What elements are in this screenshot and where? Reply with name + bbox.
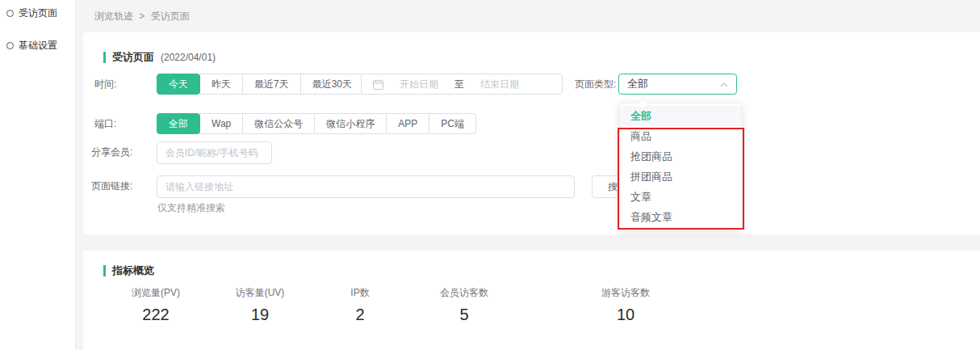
radio-circle-icon	[6, 10, 14, 17]
port-wechat-miniprogram-button[interactable]: 微信小程序	[314, 113, 387, 134]
title-accent-bar	[103, 52, 106, 63]
port-wechat-official-button[interactable]: 微信公众号	[242, 113, 315, 134]
page-link-label: 页面链接:	[91, 175, 132, 196]
radio-circle-icon	[6, 42, 14, 49]
time-filter-group: 今天 昨天 最近7天 最近30天	[157, 74, 364, 95]
sidebar: 受访页面 基础设置	[0, 0, 76, 350]
port-filter-group: 全部 Wap 微信公众号 微信小程序 APP PC端	[157, 113, 476, 134]
sidebar-item-visited-pages[interactable]: 受访页面	[6, 6, 57, 20]
time-filter-label: 时间:	[94, 74, 116, 95]
title-accent-bar	[103, 265, 106, 276]
start-date-placeholder[interactable]: 开始日期	[383, 78, 454, 91]
time-filter-row: 时间: 今天 昨天 最近7天 最近30天 开始日期 至 结束日期 页面类型: 全…	[83, 74, 980, 96]
date-range-separator: 至	[454, 78, 464, 91]
dropdown-option-group-goods[interactable]: 拼团商品	[620, 167, 741, 187]
stat-ip: IP数 2	[312, 286, 408, 324]
page-type-select[interactable]: 全部	[618, 74, 737, 95]
port-app-button[interactable]: APP	[386, 113, 429, 134]
stat-label: 访客量(UV)	[211, 286, 308, 300]
page-link-row: 页面链接: 搜索	[83, 175, 980, 198]
share-member-row: 分享会员:	[83, 141, 980, 164]
stat-value: 222	[107, 306, 204, 324]
stat-pv: 浏览量(PV) 222	[107, 286, 204, 324]
date-range-picker[interactable]: 开始日期 至 结束日期	[361, 74, 563, 95]
sidebar-item-label: 受访页面	[19, 6, 57, 20]
time-filter-last7days-button[interactable]: 最近7天	[242, 74, 301, 95]
page-type-value: 全部	[627, 77, 648, 91]
port-wap-button[interactable]: Wap	[199, 113, 243, 134]
filter-panel-title: 受访页面 (2022/04/01)	[103, 50, 216, 65]
dropdown-option-goods[interactable]: 商品	[620, 126, 741, 146]
chevron-up-icon	[720, 78, 728, 90]
port-filter-label: 端口:	[94, 113, 116, 134]
end-date-placeholder[interactable]: 结束日期	[464, 78, 535, 91]
sidebar-item-label: 基础设置	[19, 39, 57, 53]
share-member-input[interactable]	[157, 141, 272, 164]
page-link-input[interactable]	[157, 175, 575, 198]
stat-label: 游客访客数	[577, 286, 674, 300]
calendar-icon	[373, 79, 383, 90]
stat-value: 10	[577, 306, 674, 324]
dropdown-option-rush-goods[interactable]: 抢团商品	[620, 146, 741, 167]
metrics-panel-title: 指标概览	[103, 264, 154, 278]
stat-label: 浏览量(PV)	[107, 286, 204, 300]
metrics-stats: 浏览量(PV) 222 访客量(UV) 19 IP数 2 会员访客数 5 游客访…	[83, 286, 980, 350]
stat-label: 会员访客数	[416, 286, 513, 300]
port-all-button[interactable]: 全部	[157, 113, 200, 134]
filter-panel: 受访页面 (2022/04/01) 时间: 今天 昨天 最近7天 最近30天 开…	[83, 32, 980, 234]
dropdown-option-article[interactable]: 文章	[620, 187, 741, 207]
time-filter-last30days-button[interactable]: 最近30天	[300, 74, 364, 95]
metrics-title: 指标概览	[112, 264, 154, 278]
stat-member-visitors: 会员访客数 5	[416, 286, 513, 324]
share-member-label: 分享会员:	[91, 141, 132, 162]
page-title-date: (2022/04/01)	[161, 52, 216, 63]
dropdown-option-all[interactable]: 全部	[620, 106, 741, 126]
breadcrumb-current: 受访页面	[151, 11, 190, 22]
stat-value: 5	[416, 306, 513, 324]
stat-value: 2	[312, 306, 408, 324]
stat-value: 19	[211, 306, 308, 324]
time-filter-yesterday-button[interactable]: 昨天	[199, 74, 243, 95]
stat-label: IP数	[312, 286, 408, 300]
time-filter-today-button[interactable]: 今天	[157, 74, 200, 95]
breadcrumb-separator: >	[139, 11, 144, 22]
page-type-dropdown: 全部 商品 抢团商品 拼团商品 文章 音频文章	[619, 103, 742, 230]
sidebar-item-basic-settings[interactable]: 基础设置	[6, 39, 57, 53]
metrics-panel: 指标概览 浏览量(PV) 222 访客量(UV) 19 IP数 2 会员访客数 …	[83, 251, 980, 350]
port-pc-button[interactable]: PC端	[429, 113, 476, 134]
page-title: 受访页面	[112, 50, 154, 65]
search-hint: 仅支持精准搜索	[157, 201, 225, 215]
stat-uv: 访客量(UV) 19	[211, 286, 308, 324]
stat-guest-visitors: 游客访客数 10	[577, 286, 674, 324]
dropdown-option-audio-article[interactable]: 音频文章	[620, 207, 741, 227]
port-filter-row: 端口: 全部 Wap 微信公众号 微信小程序 APP PC端	[83, 113, 980, 136]
breadcrumb: 浏览轨迹 > 受访页面	[94, 10, 190, 23]
page-type-label: 页面类型:	[575, 74, 616, 95]
breadcrumb-section[interactable]: 浏览轨迹	[94, 11, 133, 22]
